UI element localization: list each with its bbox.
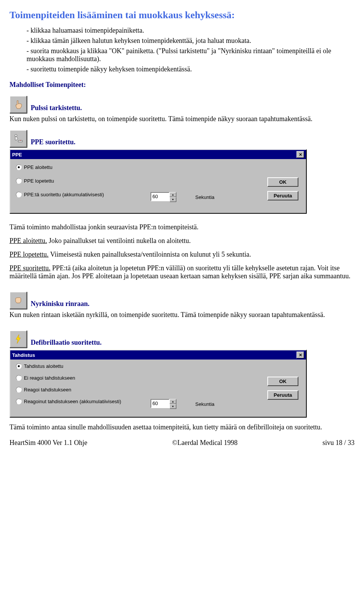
nyrkki-title: Nyrkinisku rinraan. — [31, 300, 89, 309]
spinner-down-icon[interactable]: ▼ — [169, 404, 176, 409]
page-footer: HeartSim 4000 Ver 1.1 Ohje ©Laerdal Medi… — [9, 439, 355, 447]
cancel-button[interactable]: Peruuta — [267, 191, 298, 200]
steps-block: - klikkaa haluamaasi toimenpidepainikett… — [9, 27, 355, 73]
ppe-line2: PPE lopetettu. Viimeisestä nuken painall… — [9, 251, 355, 259]
defib-row: Defibrillaatio suoritettu. — [9, 330, 355, 348]
step-1: - klikkaa haluamaasi toimenpidepainikett… — [27, 27, 355, 35]
ppe-radio-2[interactable]: PPE lopetettu — [16, 177, 152, 184]
ppe-dialog-title-text: PPE — [12, 152, 22, 158]
ok-button[interactable]: OK — [267, 177, 298, 187]
pulssi-body: Kun nuken pulssi on tarkistettu, on toim… — [9, 115, 355, 123]
defib-desc: Tämä toiminto antaa sinulle mahdollisuud… — [9, 423, 355, 431]
close-icon[interactable]: ✕ — [297, 352, 304, 358]
spinner-up-icon[interactable]: ▲ — [169, 192, 176, 197]
spinner-up-icon[interactable]: ▲ — [169, 399, 176, 404]
defib-title: Defibrillaatio suoritettu. — [31, 339, 102, 348]
ppe-radio-1[interactable]: PPE aloitettu — [16, 164, 152, 170]
ppe-title: PPE suoritettu. — [31, 138, 75, 147]
ppe-desc: Tämä toiminto mahdollistaa jonkin seuraa… — [9, 223, 355, 231]
ppe-line3: PPE suoritettu. PPE:tä (aika aloitetun j… — [9, 264, 355, 280]
ppe-radio-3[interactable]: PPE:tä suoritettu (akkumulatiivisesti) — [16, 191, 152, 198]
defib-dialog: Tahdistus ✕ Tahdistus aloitettu Ei reago… — [9, 350, 307, 418]
defib-radio-1[interactable]: Tahdistus aloitettu — [16, 363, 152, 369]
ppe-line1: PPE aloitettu. Joko painallukset tai ven… — [9, 237, 355, 245]
section-label: Mahdolliset Toimenpiteet: — [9, 81, 355, 89]
step-3: - suorita muokkaus ja klikkaa "OK" paini… — [27, 47, 355, 63]
ppe-spinner[interactable]: 60 ▲ ▼ — [151, 192, 176, 202]
cpr-person-icon — [9, 130, 27, 147]
defib-dialog-titlebar: Tahdistus ✕ — [10, 350, 306, 360]
defib-sekuntia-label: Sekuntia — [195, 401, 215, 407]
defib-radio-3[interactable]: Reagoi tahdistukseen — [16, 386, 152, 393]
ppe-dialog-titlebar: PPE ✕ — [10, 150, 306, 159]
step-2: - klikkaa tämän jälkeen halutun kehyksen… — [27, 37, 355, 45]
defib-radio-2[interactable]: Ei reagoi tahdistukseen — [16, 374, 152, 381]
ppe-sekuntia-label: Sekuntia — [195, 194, 215, 200]
defib-spinner[interactable]: 60 ▲ ▼ — [151, 399, 176, 409]
defib-dialog-title-text: Tahdistus — [12, 352, 35, 358]
defib-radio-4[interactable]: Reagoinut tahdistukseen (akkumulatiivise… — [16, 398, 152, 405]
ok-button[interactable]: OK — [267, 377, 298, 386]
nyrkki-body: Kun nuken rintaan isketään nyrkillä, on … — [9, 311, 355, 319]
pulssi-title: Pulssi tarkistettu. — [31, 104, 82, 113]
fist-icon — [9, 292, 27, 309]
main-heading: Toimenpiteiden lisääminen tai muokkaus k… — [9, 9, 355, 21]
footer-right: sivu 18 / 33 — [322, 439, 355, 447]
nyrkki-row: Nyrkinisku rinraan. — [9, 292, 355, 309]
close-icon[interactable]: ✕ — [297, 151, 304, 158]
footer-center: ©Laerdal Medical 1998 — [172, 439, 238, 447]
footer-left: HeartSim 4000 Ver 1.1 Ohje — [9, 439, 87, 447]
cancel-button[interactable]: Peruuta — [267, 390, 298, 400]
svg-point-0 — [15, 134, 17, 137]
ppe-dialog: PPE ✕ PPE aloitettu PPE lopetettu PPE:tä… — [9, 149, 307, 214]
hand-pointing-icon — [9, 96, 27, 113]
ppe-row: PPE suoritettu. — [9, 130, 355, 147]
lightning-icon — [9, 330, 27, 348]
step-4: - suoritettu toimenpide näkyy kehyksen t… — [27, 65, 355, 73]
pulssi-row: Pulssi tarkistettu. — [9, 96, 355, 113]
spinner-down-icon[interactable]: ▼ — [169, 197, 176, 202]
